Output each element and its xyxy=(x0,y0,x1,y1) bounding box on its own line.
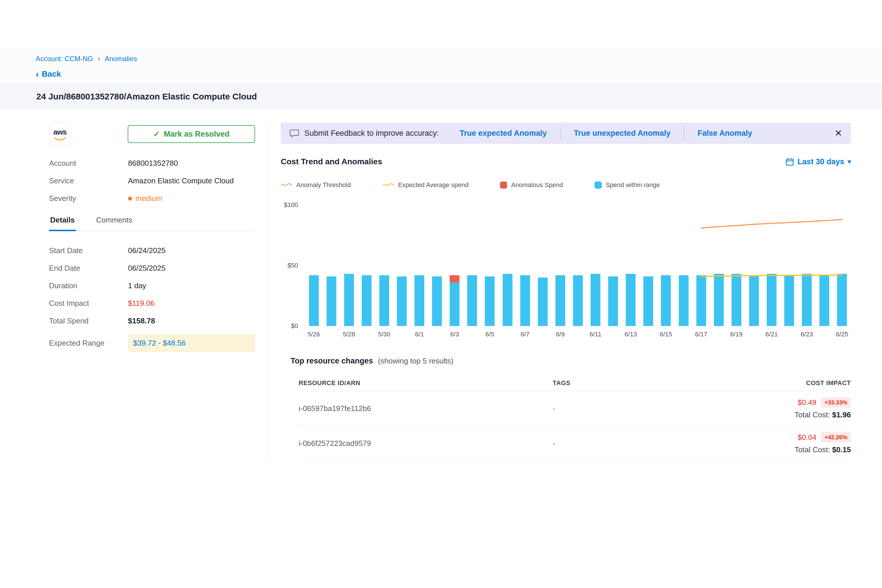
start-date-row: Start Date 06/24/2025 xyxy=(49,246,255,255)
x-axis-label: 6/23 xyxy=(798,331,816,338)
y-axis-label: $50 xyxy=(287,262,298,269)
spend-within-range-segment xyxy=(837,274,847,326)
mark-as-resolved-button[interactable]: ✓ Mark as Resolved xyxy=(128,125,255,143)
resolve-button-label: Mark as Resolved xyxy=(164,130,230,139)
legend-label: Expected Average spend xyxy=(398,181,468,189)
resources-title: Top resource changes xyxy=(291,357,373,365)
bar-slot xyxy=(657,205,675,326)
check-icon: ✓ xyxy=(153,129,160,139)
bar-slot xyxy=(481,205,499,326)
breadcrumb-account-link[interactable]: Account: CCM-NG xyxy=(36,55,93,63)
x-axis-label xyxy=(428,331,446,338)
start-date-label: Start Date xyxy=(49,246,128,255)
x-axis-label xyxy=(604,331,622,338)
resources-heading: Top resource changes (showing top 5 resu… xyxy=(291,357,851,366)
x-axis-label: 6/15 xyxy=(657,331,675,338)
spend-within-range-segment xyxy=(767,274,777,326)
anomaly-chart-panel: Submit Feedback to improve accuracy: Tru… xyxy=(268,123,882,461)
spend-within-range-segment xyxy=(819,275,829,326)
feedback-true-expected-button[interactable]: True expected Anomaly xyxy=(447,126,560,140)
main-content: aws ✓ Mark as Resolved Account 868001352… xyxy=(0,109,882,461)
daily-spend-bar xyxy=(626,274,636,326)
bar-slot xyxy=(464,205,481,326)
spend-within-range-segment xyxy=(802,274,812,326)
spend-within-range-segment xyxy=(467,275,477,326)
tab-details[interactable]: Details xyxy=(49,216,76,231)
anomaly-detail-page: Account: CCM-NG › Anomalies ‹ Back 24 Ju… xyxy=(0,48,882,461)
feedback-banner: Submit Feedback to improve accuracy: Tru… xyxy=(281,123,851,144)
close-icon[interactable]: ✕ xyxy=(834,129,842,138)
tab-comments[interactable]: Comments xyxy=(95,216,134,231)
daily-spend-bar xyxy=(397,276,407,326)
bar-slot xyxy=(622,205,640,326)
spend-within-range-segment xyxy=(502,274,513,326)
daily-spend-bar xyxy=(327,276,336,326)
x-axis-label xyxy=(816,331,833,338)
feedback-true-unexpected-button[interactable]: True unexpected Anomaly xyxy=(560,126,684,140)
y-axis-label: $0 xyxy=(291,322,298,330)
breadcrumb-anomalies-link[interactable]: Anomalies xyxy=(105,55,137,63)
spend-within-range-segment xyxy=(538,278,548,326)
impact-amount: $0.04 xyxy=(798,433,816,442)
chart-title: Cost Trend and Anomalies xyxy=(281,157,382,166)
total-spend-value: $158.78 xyxy=(128,316,155,326)
aws-smile-icon xyxy=(54,137,66,141)
resource-id: i-06597ba197fe112b6 xyxy=(298,404,552,413)
daily-spend-bar xyxy=(749,275,759,326)
spend-within-range-segment xyxy=(432,276,442,326)
feedback-prompt: Submit Feedback to improve accuracy: xyxy=(304,129,439,138)
spend-within-range-segment xyxy=(414,275,424,326)
spend-within-range-segment xyxy=(344,274,354,326)
bar-slot xyxy=(692,205,710,326)
back-button[interactable]: ‹ Back xyxy=(36,69,61,79)
duration-value: 1 day xyxy=(128,281,146,290)
resources-table: RESOURCE ID/ARN TAGS COST IMPACT i-06597… xyxy=(298,375,851,461)
anomaly-fields: Account 868001352780 Service Amazon Elas… xyxy=(49,159,255,203)
chart-xaxis: 5/265/285/306/16/36/56/76/96/116/136/156… xyxy=(281,331,851,338)
spend-within-range-segment xyxy=(696,275,706,326)
x-axis-label: 6/9 xyxy=(551,331,569,338)
daily-spend-bar xyxy=(309,275,319,326)
spend-within-range-segment xyxy=(397,276,407,326)
x-axis-label: 6/7 xyxy=(516,331,534,338)
date-range-selector[interactable]: Last 30 days ▾ xyxy=(786,158,851,166)
title-band: 24 Jun/868001352780/Amazon Elastic Compu… xyxy=(0,84,882,109)
legend-label: Anomaly Threshold xyxy=(296,181,351,189)
x-axis-label: 6/5 xyxy=(481,331,499,338)
chart-bars xyxy=(305,205,851,326)
account-value: 868001352780 xyxy=(128,159,178,168)
duration-label: Duration xyxy=(49,281,128,290)
bar-slot xyxy=(569,205,586,326)
aws-logo-text: aws xyxy=(53,128,67,136)
x-axis-label xyxy=(322,331,340,338)
bar-slot xyxy=(798,205,816,326)
feedback-false-anomaly-button[interactable]: False Anomaly xyxy=(684,126,765,140)
spend-within-range-segment xyxy=(749,275,759,326)
bar-slot xyxy=(675,205,692,326)
legend-item: Spend within range xyxy=(595,181,660,189)
cost-impact-label: Cost Impact xyxy=(49,299,128,308)
table-row: i-0b6f257223cad9579 - $0.04 +42.26% Tota… xyxy=(298,426,851,461)
calendar-icon xyxy=(786,158,794,166)
account-row: Account 868001352780 xyxy=(49,159,255,168)
spend-within-range-segment xyxy=(380,275,389,326)
bar-slot xyxy=(587,205,604,326)
total-cost-label: Total Cost: xyxy=(795,411,830,419)
date-range-label: Last 30 days xyxy=(798,158,844,166)
bar-slot xyxy=(305,205,322,326)
daily-spend-bar xyxy=(520,275,530,326)
x-axis-label xyxy=(499,331,516,338)
x-axis-label xyxy=(358,331,375,338)
bar-slot xyxy=(411,205,428,326)
anomaly-details: Start Date 06/24/2025 End Date 06/25/202… xyxy=(49,246,255,352)
severity-dot-icon xyxy=(128,196,132,201)
x-axis-label: 6/1 xyxy=(411,331,428,338)
legend-line-icon xyxy=(281,183,292,188)
total-cost-label: Total Cost: xyxy=(795,446,830,454)
severity-row: Severity medium xyxy=(49,194,255,203)
aws-logo: aws xyxy=(49,123,71,146)
x-axis-label xyxy=(640,331,657,338)
x-axis-label xyxy=(393,331,411,338)
end-date-label: End Date xyxy=(49,264,128,273)
bar-slot xyxy=(499,205,516,326)
